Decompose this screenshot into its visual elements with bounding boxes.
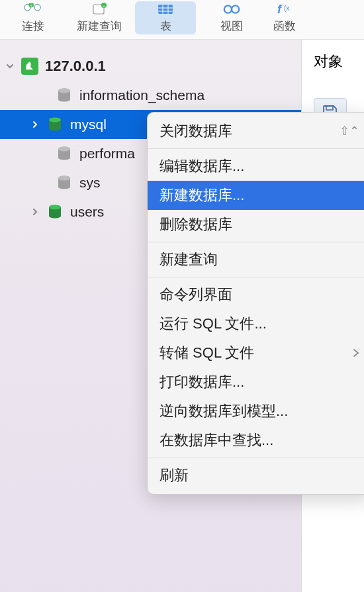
svg-point-25 xyxy=(49,205,61,210)
menu-label: 关闭数据库 xyxy=(159,121,232,141)
toolbar-func[interactable]: f(x 函数 xyxy=(265,1,304,34)
view-icon xyxy=(222,1,241,17)
menu-refresh[interactable]: 刷新 xyxy=(148,461,364,490)
svg-point-21 xyxy=(58,147,70,152)
new-query-icon: + xyxy=(90,1,109,17)
svg-text:f: f xyxy=(277,3,283,16)
menu-shortcut: ⇧⌃ xyxy=(340,124,359,138)
database-open-icon xyxy=(46,116,64,133)
submenu-arrow-icon xyxy=(353,349,359,357)
toolbar: + 连接 + 新建查询 表 视图 f(x 函数 xyxy=(0,0,364,40)
menu-label: 打印数据库... xyxy=(159,372,244,392)
menu-separator xyxy=(148,458,364,458)
plug-icon: + xyxy=(24,1,42,17)
menu-separator xyxy=(148,277,364,277)
menu-dump-sql[interactable]: 转储 SQL 文件 xyxy=(148,338,364,368)
right-title: 对象 xyxy=(302,52,364,72)
chevron-down-icon[interactable] xyxy=(3,62,17,71)
menu-find-in-db[interactable]: 在数据库中查找... xyxy=(148,426,364,455)
toolbar-new-query-label: 新建查询 xyxy=(77,19,122,34)
menu-delete-db[interactable]: 删除数据库 xyxy=(148,210,364,239)
chevron-right-icon[interactable] xyxy=(28,207,42,217)
svg-text:(x: (x xyxy=(284,5,289,12)
database-open-icon xyxy=(46,203,64,221)
database-icon xyxy=(56,87,73,104)
toolbar-table-label: 表 xyxy=(160,19,171,34)
menu-label: 刷新 xyxy=(159,466,189,485)
db-label: sys xyxy=(79,175,101,191)
db-label: performa xyxy=(79,146,135,162)
db-label: mysql xyxy=(70,117,107,132)
menu-close-db[interactable]: 关闭数据库 ⇧⌃ xyxy=(148,117,364,146)
server-row[interactable]: 127.0.0.1 xyxy=(0,52,301,81)
toolbar-func-label: 函数 xyxy=(273,19,296,34)
svg-point-12 xyxy=(224,5,232,13)
svg-point-13 xyxy=(232,5,239,13)
menu-label: 运行 SQL 文件... xyxy=(159,314,267,334)
menu-label: 逆向数据库到模型... xyxy=(159,401,288,421)
svg-point-19 xyxy=(49,118,61,123)
db-label: information_schema xyxy=(79,87,205,103)
toolbar-new-query[interactable]: + 新建查询 xyxy=(66,1,132,34)
menu-label: 新建查询 xyxy=(159,250,218,270)
menu-separator xyxy=(148,148,364,149)
menu-run-sql[interactable]: 运行 SQL 文件... xyxy=(148,309,364,338)
toolbar-view-label: 视图 xyxy=(220,19,243,34)
menu-new-db[interactable]: 新建数据库... xyxy=(148,181,364,210)
menu-new-query[interactable]: 新建查询 xyxy=(148,245,364,274)
menu-reverse-model[interactable]: 逆向数据库到模型... xyxy=(148,397,364,426)
server-name: 127.0.0.1 xyxy=(45,58,106,75)
toolbar-table[interactable]: 表 xyxy=(135,1,196,34)
db-row-information-schema[interactable]: information_schema xyxy=(0,81,301,110)
svg-text:+: + xyxy=(103,4,105,8)
toolbar-view[interactable]: 视图 xyxy=(199,1,265,34)
menu-separator xyxy=(148,242,364,242)
table-icon xyxy=(156,1,175,17)
svg-point-17 xyxy=(58,89,70,93)
database-icon xyxy=(56,174,73,191)
svg-rect-7 xyxy=(158,5,173,14)
menu-label: 删除数据库 xyxy=(159,215,232,234)
toolbar-connect[interactable]: + 连接 xyxy=(0,1,66,34)
menu-cli[interactable]: 命令列界面 xyxy=(148,280,364,309)
svg-point-1 xyxy=(34,5,40,11)
server-icon xyxy=(21,58,38,75)
db-label: users xyxy=(70,204,104,220)
context-menu: 关闭数据库 ⇧⌃ 编辑数据库... 新建数据库... 删除数据库 新建查询 命令… xyxy=(147,112,364,495)
menu-print-db[interactable]: 打印数据库... xyxy=(148,368,364,397)
menu-label: 转储 SQL 文件 xyxy=(159,343,254,363)
menu-label: 新建数据库... xyxy=(159,185,244,205)
menu-label: 编辑数据库... xyxy=(159,156,244,176)
menu-label: 在数据库中查找... xyxy=(159,430,273,450)
toolbar-connect-label: 连接 xyxy=(22,19,44,34)
function-icon: f(x xyxy=(275,1,294,17)
chevron-right-icon[interactable] xyxy=(28,120,42,129)
database-icon xyxy=(56,145,73,162)
svg-point-23 xyxy=(58,176,70,181)
svg-text:+: + xyxy=(30,3,32,7)
menu-label: 命令列界面 xyxy=(159,285,232,305)
menu-edit-db[interactable]: 编辑数据库... xyxy=(148,152,364,181)
